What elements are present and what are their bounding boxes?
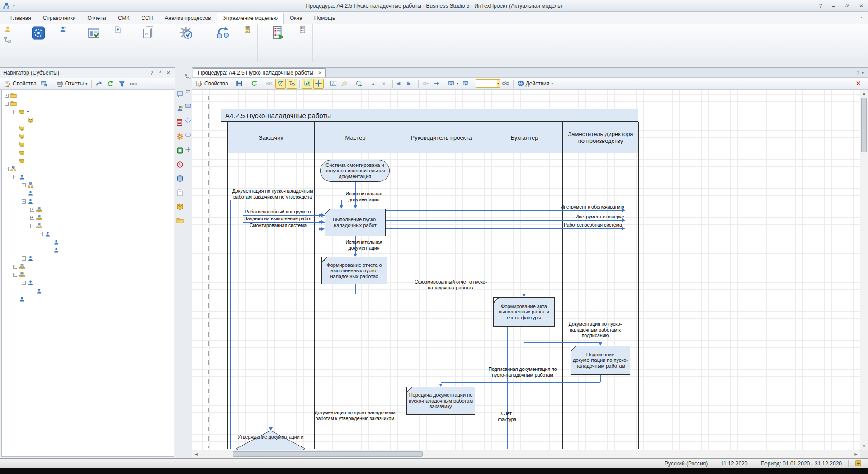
tree-expander-icon[interactable]: − <box>22 199 26 204</box>
doc-abc-button[interactable]: ABC <box>264 79 274 89</box>
palette-doc-red-icon[interactable] <box>176 119 184 126</box>
tree-item[interactable] <box>2 116 174 124</box>
tree-expander-icon[interactable]: − <box>22 281 26 285</box>
tree-item[interactable]: + <box>2 262 174 270</box>
ribbon-tab-3[interactable]: СМК <box>112 13 136 24</box>
shape-rounded-rect-icon[interactable] <box>185 103 191 109</box>
tree-item[interactable]: − <box>2 173 174 181</box>
palette-folder-yellow-icon[interactable] <box>176 217 184 224</box>
nav-printer-button[interactable]: Отчеты▾ <box>55 79 89 89</box>
shape-elbow-icon[interactable] <box>185 74 191 80</box>
zoom-combobox[interactable]: ▾ <box>476 79 500 88</box>
horizontal-scrollbar[interactable]: ◀ ▶ <box>192 450 860 458</box>
tree-expander-icon[interactable]: − <box>13 110 17 114</box>
doc-circ-gray-button[interactable] <box>421 79 431 89</box>
status-period[interactable]: Период: 01.01.2020 - 31.12.2020 <box>754 460 848 467</box>
tree-item[interactable] <box>2 189 174 197</box>
tree-expander-icon[interactable]: − <box>13 175 17 179</box>
tree-item[interactable] <box>2 156 174 165</box>
tree-expander-icon[interactable]: + <box>5 94 9 98</box>
tree-expander-icon[interactable]: − <box>5 102 9 106</box>
tree-item[interactable]: + <box>2 181 174 189</box>
palette-clock-red-icon[interactable] <box>176 161 184 168</box>
nav-win-add-button[interactable] <box>39 79 49 89</box>
window-help-button[interactable]: ? <box>814 1 827 10</box>
tree-item[interactable]: − <box>2 165 174 173</box>
diagram-node-start[interactable]: Система смонтирована и получена исполнит… <box>320 160 390 182</box>
tree-item[interactable]: − <box>2 197 174 205</box>
vscroll-thumb[interactable] <box>861 98 867 152</box>
ribbon-tab-7[interactable]: Окна <box>284 13 308 24</box>
doc-text-clock-button[interactable]: Т <box>287 79 297 89</box>
tree-item[interactable]: + <box>2 205 174 213</box>
nav-chain-button[interactable] <box>128 79 138 89</box>
doc-up-blue-button[interactable]: ▲ <box>369 79 379 89</box>
shape-ellipse-sm-icon[interactable] <box>185 132 191 138</box>
scroll-left-icon[interactable]: ◀ <box>192 450 200 458</box>
ribbon-button-Проверить ветку[interactable] <box>170 25 202 41</box>
ribbon-button-Объекты с новыми версиями[interactable]: V1.1 <box>132 25 165 41</box>
tab-overflow-icons[interactable]: ? ▾ <box>857 71 864 76</box>
nav-redo-button[interactable] <box>94 79 104 89</box>
scroll-down-icon[interactable]: ▼ <box>860 442 868 450</box>
tree-item[interactable] <box>2 124 174 132</box>
palette-actor-icon[interactable] <box>176 105 184 112</box>
tree-expander-icon[interactable]: + <box>13 265 17 269</box>
palette-cube-yellow-icon[interactable] <box>176 203 184 210</box>
doc-unlink-button[interactable] <box>501 79 511 89</box>
tree-item[interactable] <box>2 238 174 246</box>
ribbon-collapse-icon[interactable]: ⌃ <box>860 16 863 21</box>
tree-item[interactable]: − <box>2 270 174 279</box>
status-language[interactable]: Русский (Россия) <box>658 460 714 467</box>
palette-gear-orange-icon[interactable] <box>176 133 184 140</box>
tab-close-icon[interactable]: ✕ <box>318 70 322 76</box>
tree-item[interactable]: − <box>2 230 174 238</box>
diagram-canvas[interactable]: A4.2.5 Пуско-наладочные работыЗаказчикМа… <box>192 90 860 450</box>
palette-callout-icon[interactable] <box>176 91 184 98</box>
ribbon-button-Запуск опроса[interactable] <box>262 25 294 41</box>
document-tab[interactable]: Процедура: A4.2.5 Пуско-наладочные работ… <box>193 68 326 77</box>
window-minimize-button[interactable] <box>827 1 841 10</box>
doc-go-right-button[interactable] <box>432 79 442 89</box>
doc-globe-blue-button[interactable]: Действия▾ <box>516 79 555 89</box>
doc-a-box-button[interactable]: A <box>329 79 339 89</box>
ribbon-button-Буфер ветки[interactable] <box>244 26 253 33</box>
doc-rotate-a-button[interactable]: А <box>275 79 286 89</box>
nav-page-edit-button[interactable]: Свойства <box>3 79 38 89</box>
ribbon-button-Типы опроса[interactable] <box>299 26 308 33</box>
palette-doc-plain-icon[interactable] <box>176 189 184 196</box>
nav-refresh-button[interactable] <box>106 79 116 89</box>
diagram-node-action[interactable]: Формирование акта выполненных работ и сч… <box>493 297 555 327</box>
diagram-node-action[interactable]: Подписание документации по пуско-наладоч… <box>571 346 630 375</box>
tree-item[interactable] <box>2 295 174 303</box>
tree-item[interactable] <box>2 246 174 254</box>
status-date[interactable]: 11.12.2020 <box>714 460 754 467</box>
tree-item[interactable] <box>2 148 174 156</box>
ribbon-tab-4[interactable]: ССП <box>135 13 159 24</box>
close-diagram-button[interactable]: ✕ <box>856 80 865 87</box>
tree-expander-icon[interactable]: + <box>30 216 34 220</box>
nav-filter-button[interactable] <box>117 79 127 89</box>
ribbon-button-Управление пользователями[interactable] <box>59 26 69 33</box>
tree-item[interactable]: + <box>2 213 174 222</box>
scroll-right-icon[interactable]: ▶ <box>852 450 860 458</box>
tree-expander-icon[interactable]: + <box>30 208 34 212</box>
shape-link-arrows-icon[interactable] <box>185 88 191 95</box>
ribbon-button-Правила получения объектов[interactable] <box>4 36 14 43</box>
hscroll-thumb[interactable] <box>233 451 423 457</box>
tree-item[interactable]: − <box>2 222 174 230</box>
tree-expander-icon[interactable]: − <box>39 232 43 236</box>
window-restore-button[interactable] <box>841 1 854 10</box>
tree-item[interactable]: − <box>2 279 174 287</box>
doc-green-back-button[interactable] <box>302 79 312 89</box>
doc-left-nav-button[interactable]: ◀ <box>395 79 405 89</box>
tree-expander-icon[interactable]: − <box>5 167 9 171</box>
navigator-pin-icon[interactable] <box>156 70 164 76</box>
ribbon-tab-8[interactable]: Помощь <box>308 13 341 24</box>
tree-item[interactable] <box>2 132 174 140</box>
doc-brush-button[interactable] <box>340 79 349 89</box>
tree-expander-icon[interactable]: + <box>22 183 26 187</box>
ribbon-button-Выбрать текущие проекты[interactable] <box>77 25 110 41</box>
doc-win-next-button[interactable] <box>461 79 471 89</box>
tree-item[interactable] <box>2 140 174 148</box>
